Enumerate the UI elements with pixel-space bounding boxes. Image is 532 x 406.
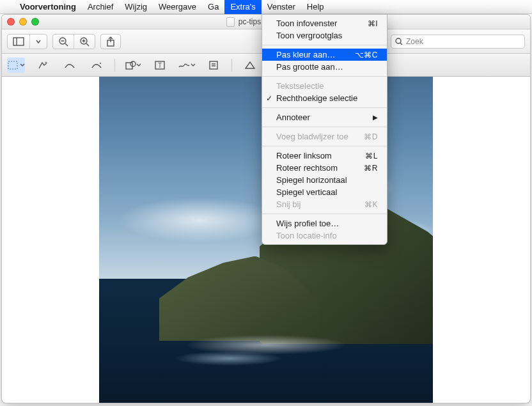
svg-line-6 [86,43,89,46]
menu-item-label: Snij bij [276,199,301,209]
sketch-tool-button[interactable] [61,58,79,73]
menu-item: Voeg bladwijzer toe⌘D [262,130,387,143]
menu-item: Toon locatie-info [262,230,387,242]
menu-item-label: Voeg bladwijzer toe [276,132,348,141]
menu-shortcut: ⌥⌘C [355,51,378,59]
menu-item[interactable]: Spiegel verticaal [262,186,387,198]
toolbar-separator [231,59,232,72]
svg-text:T: T [158,62,162,69]
svg-marker-23 [246,62,254,68]
menu-item-label: Rechthoekige selectie [276,93,357,103]
zoom-in-button[interactable] [74,35,95,49]
svg-point-11 [396,38,401,43]
menu-item-label: Annoteer [276,113,310,122]
menu-ga[interactable]: Ga [202,0,224,14]
svg-line-3 [65,43,68,46]
sign-button[interactable] [178,58,196,73]
menu-wijzig[interactable]: Wijzig [119,0,153,14]
zoom-button[interactable] [31,18,39,26]
svg-rect-20 [210,61,217,69]
menu-separator [262,107,387,108]
menu-item[interactable]: Pas kleur aan…⌥⌘C [262,49,387,61]
menu-item-label: Roteer linksom [276,151,332,160]
menu-item-label: Toon locatie-info [276,231,337,240]
menu-shortcut: ⌘L [365,152,378,160]
app-menu[interactable]: Voorvertoning [14,0,82,14]
menu-venster[interactable]: Venster [262,0,301,14]
menu-item[interactable]: Roteer rechtsom⌘R [262,162,387,174]
minimize-button[interactable] [19,18,27,26]
menu-separator [262,76,387,77]
traffic-lights [7,18,39,26]
menu-shortcut: ⌘I [368,19,378,28]
menu-shortcut: ⌘D [364,132,378,141]
svg-rect-0 [13,38,24,45]
menu-separator [262,45,387,45]
mask-button[interactable] [241,58,259,73]
menu-item-label: Roteer rechtsom [276,163,338,173]
menu-extras[interactable]: Extra's [224,0,261,14]
close-button[interactable] [7,18,15,26]
toolbar-separator [114,59,115,72]
menu-item[interactable]: Annoteer▶ [262,111,387,123]
checkmark-icon: ✓ [266,94,272,103]
menu-item-label: Toon infovenster [276,19,337,28]
zoom-out-button[interactable] [53,35,74,49]
menu-item-label: Tekstselectie [276,81,324,91]
menu-item[interactable]: Roteer linksom⌘L [262,150,387,162]
menu-item-label: Spiegel horizontaal [276,175,347,185]
menu-item-label: Toon vergrootglas [276,31,342,40]
menu-weergave[interactable]: Weergave [153,0,202,14]
instant-alpha-button[interactable] [34,58,52,73]
menu-item[interactable]: Spiegel horizontaal [262,174,387,186]
menu-item: Tekstselectie [262,80,387,92]
extras-dropdown-menu: Toon infovenster⌘IToon vergrootglasPas k… [262,14,387,245]
image-foam [173,331,359,377]
draw-tool-button[interactable] [88,58,106,73]
menu-archief[interactable]: Archief [82,0,119,14]
search-placeholder: Zoek [406,37,423,46]
svg-point-15 [100,63,101,64]
menu-separator [262,127,387,127]
share-segment [100,34,121,49]
shapes-button[interactable] [124,58,142,73]
svg-point-17 [130,61,136,66]
menu-separator [262,146,387,146]
menu-item[interactable]: ✓Rechthoekige selectie [262,92,387,104]
sidebar-view-button[interactable] [8,35,30,49]
menu-item[interactable]: Pas grootte aan… [262,61,387,73]
system-menubar: Voorvertoning Archief Wijzig Weergave Ga… [0,0,532,14]
document-icon [226,17,235,27]
svg-line-12 [400,43,402,45]
selection-tool-button[interactable] [7,58,25,73]
view-dropdown-button[interactable] [30,35,47,49]
menu-item-label: Pas grootte aan… [276,62,343,72]
menu-item-label: Wijs profiel toe… [276,219,339,228]
menu-item-label: Spiegel verticaal [276,187,337,197]
view-mode-segment [7,34,47,49]
menu-item-label: Pas kleur aan… [276,50,336,59]
share-button[interactable] [101,35,120,49]
menu-item[interactable]: Toon vergrootglas [262,29,387,42]
search-field[interactable]: Zoek [391,35,525,49]
menu-help[interactable]: Help [301,0,330,14]
svg-point-14 [45,61,47,63]
svg-rect-13 [8,61,17,69]
menu-item: Snij bij⌘K [262,198,387,210]
text-tool-button[interactable]: T [151,58,169,73]
menu-separator [262,214,387,214]
menu-shortcut: ⌘R [364,164,378,173]
zoom-segment [52,34,95,49]
note-button[interactable] [205,58,223,73]
menu-item[interactable]: Wijs profiel toe… [262,217,387,230]
submenu-arrow-icon: ▶ [373,114,378,121]
menu-item[interactable]: Toon infovenster⌘I [262,17,387,29]
search-icon [395,38,403,45]
menu-shortcut: ⌘K [364,200,378,209]
